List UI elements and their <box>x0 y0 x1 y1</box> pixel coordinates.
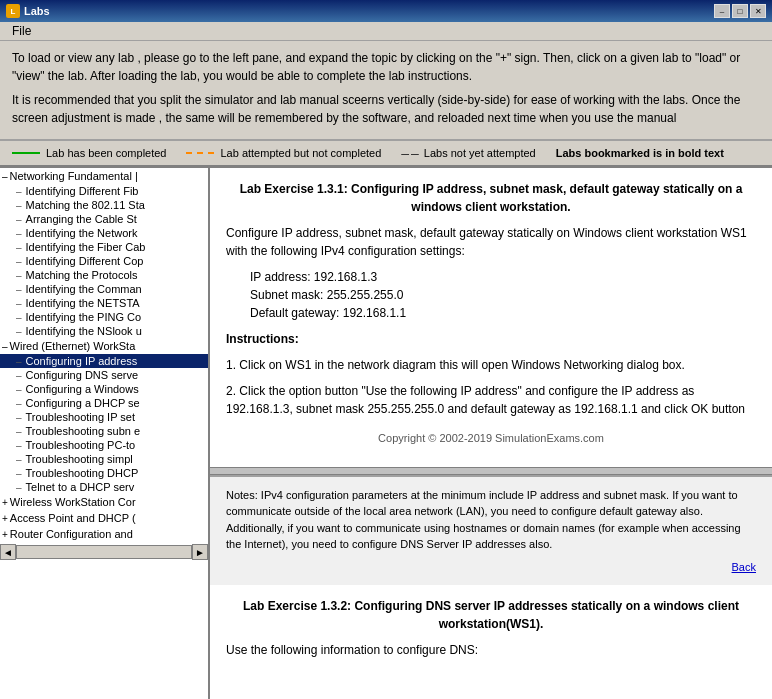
tree-label-router: Router Configuration and <box>10 528 133 540</box>
tree-item-networking-fundamental[interactable]: – Networking Fundamental | <box>0 168 208 184</box>
instruction-line1: To load or view any lab , please go to t… <box>12 49 760 85</box>
tree-label-troubleshooting-pc: Troubleshooting PC-to <box>26 439 136 451</box>
tree-toggle-wireless[interactable]: + <box>2 497 8 508</box>
tree-item-router[interactable]: + Router Configuration and <box>0 526 208 542</box>
lab132-title: Lab Exercise 1.3.2: Configuring DNS serv… <box>226 597 756 633</box>
tree-label-matching-protocols: Matching the Protocols <box>26 269 138 281</box>
tree-item-identifying-fib[interactable]: – Identifying Different Fib <box>0 184 208 198</box>
tree-label-command: Identifying the Comman <box>26 283 142 295</box>
tree-label-cable: Arranging the Cable St <box>26 213 137 225</box>
tree-item-wireless[interactable]: + Wireless WorkStation Cor <box>0 494 208 510</box>
tree-toggle-router[interactable]: + <box>2 529 8 540</box>
lab132-desc: Use the following information to configu… <box>226 641 756 659</box>
lab131-desc: Configure IP address, subnet mask, defau… <box>226 224 756 260</box>
back-link[interactable]: Back <box>226 559 756 576</box>
maximize-button[interactable]: □ <box>732 4 748 18</box>
not-attempted-dash-icon: – – <box>401 145 417 161</box>
tree-item-ping-co[interactable]: – Identifying the PING Co <box>0 310 208 324</box>
legend-bookmarked: Labs bookmarked is in bold text <box>556 147 724 159</box>
tree-item-troubleshooting-pc[interactable]: – Troubleshooting PC-to <box>0 438 208 452</box>
tree-toggle-access-point[interactable]: + <box>2 513 8 524</box>
tree-label-different-cop: Identifying Different Cop <box>26 255 144 267</box>
app-icon: L <box>6 4 20 18</box>
tree-item-matching-protocols[interactable]: – Matching the Protocols <box>0 268 208 282</box>
tree-item-telnet-dhcp[interactable]: – Telnet to a DHCP serv <box>0 480 208 494</box>
lab131-instructions-title: Instructions: <box>226 330 756 348</box>
completed-label: Lab has been completed <box>46 147 166 159</box>
lab131-gateway: Default gateway: 192.168.1.1 <box>250 304 756 322</box>
lab131-step2: 2. Click the option button "Use the foll… <box>226 382 756 418</box>
tree-item-netstat[interactable]: – Identifying the NETSTA <box>0 296 208 310</box>
instruction-line2: It is recommended that you split the sim… <box>12 91 760 127</box>
notes-text: Notes: IPv4 configuration parameters at … <box>226 487 756 553</box>
legend-bar: Lab has been completed Lab attempted but… <box>0 140 772 167</box>
tree-label-configuring-windows: Configuring a Windows <box>26 383 139 395</box>
menu-bar: File <box>0 22 772 41</box>
legend-completed: Lab has been completed <box>12 147 166 159</box>
notes-area: Notes: IPv4 configuration parameters at … <box>210 475 772 586</box>
bookmarked-label: Labs bookmarked is in bold text <box>556 147 724 159</box>
tree-label-wireless: Wireless WorkStation Cor <box>10 496 136 508</box>
scroll-left-button[interactable]: ◄ <box>0 544 16 560</box>
tree-item-fiber-cab[interactable]: – Identifying the Fiber Cab <box>0 240 208 254</box>
tree-label-networking: Networking Fundamental | <box>10 170 138 182</box>
tree-item-different-cop[interactable]: – Identifying Different Cop <box>0 254 208 268</box>
tree-label-fib: Identifying Different Fib <box>26 185 139 197</box>
tree-item-configuring-dns[interactable]: – Configuring DNS serve <box>0 368 208 382</box>
tree-label-fiber-cab: Identifying the Fiber Cab <box>26 241 146 253</box>
window-controls[interactable]: – □ ✕ <box>714 4 766 18</box>
main-area: – Networking Fundamental | – Identifying… <box>0 167 772 699</box>
legend-not-attempted: – – Labs not yet attempted <box>401 145 535 161</box>
tree-item-wired-workstation[interactable]: – Wired (Ethernet) WorkSta <box>0 338 208 354</box>
tree-item-identifying-network[interactable]: – Identifying the Network <box>0 226 208 240</box>
content-divider <box>210 467 772 475</box>
tree-bottom-bar: ◄ ► <box>0 542 208 562</box>
tree-label-troubleshooting-ip: Troubleshooting IP set <box>26 411 135 423</box>
tree-label-nslookup: Identifying the NSlook u <box>26 325 142 337</box>
file-menu[interactable]: File <box>6 22 37 40</box>
tree-item-troubleshooting-ip[interactable]: – Troubleshooting IP set <box>0 410 208 424</box>
tree-label-wired: Wired (Ethernet) WorkSta <box>10 340 136 352</box>
minimize-button[interactable]: – <box>714 4 730 18</box>
content-area: Lab Exercise 1.3.1: Configuring IP addre… <box>210 168 772 467</box>
instructions-panel: To load or view any lab , please go to t… <box>0 41 772 140</box>
tree-toggle-networking[interactable]: – <box>2 171 8 182</box>
tree-item-configuring-windows[interactable]: – Configuring a Windows <box>0 382 208 396</box>
lab131-ip: IP address: 192.168.1.3 <box>250 268 756 286</box>
tree-label-telnet-dhcp: Telnet to a DHCP serv <box>26 481 135 493</box>
right-panel-content[interactable]: Lab Exercise 1.3.1: Configuring IP addre… <box>210 168 772 699</box>
lab131-title: Lab Exercise 1.3.1: Configuring IP addre… <box>226 180 756 216</box>
tree-item-troubleshooting-dhcp[interactable]: – Troubleshooting DHCP <box>0 466 208 480</box>
lab131-subnet: Subnet mask: 255.255.255.0 <box>250 286 756 304</box>
tree-label-configuring-dhcp: Configuring a DHCP se <box>26 397 140 409</box>
tree-label-netstat: Identifying the NETSTA <box>26 297 140 309</box>
tree-label-troubleshooting-simpl: Troubleshooting simpl <box>26 453 133 465</box>
copyright-text: Copyright © 2002-2019 SimulationExams.co… <box>226 430 756 447</box>
tree-label-troubleshooting-subn: Troubleshooting subn e <box>26 425 141 437</box>
lab131-step1: 1. Click on WS1 in the network diagram t… <box>226 356 756 374</box>
tree-item-access-point[interactable]: + Access Point and DHCP ( <box>0 510 208 526</box>
tree-toggle-wired[interactable]: – <box>2 341 8 352</box>
tree-item-configuring-dhcp[interactable]: – Configuring a DHCP se <box>0 396 208 410</box>
tree-label-network: Identifying the Network <box>26 227 138 239</box>
window-title: Labs <box>24 5 50 17</box>
close-button[interactable]: ✕ <box>750 4 766 18</box>
scroll-right-button[interactable]: ► <box>192 544 208 560</box>
horizontal-scrollbar[interactable] <box>16 545 192 559</box>
attempted-label: Lab attempted but not completed <box>220 147 381 159</box>
tree-item-nslookup[interactable]: – Identifying the NSlook u <box>0 324 208 338</box>
tree-item-troubleshooting-subn[interactable]: – Troubleshooting subn e <box>0 424 208 438</box>
tree-item-matching-802[interactable]: – Matching the 802.11 Sta <box>0 198 208 212</box>
tree-item-configuring-ip[interactable]: – Configuring IP address <box>0 354 208 368</box>
completed-line-icon <box>12 152 40 154</box>
tree-item-arranging-cable[interactable]: – Arranging the Cable St <box>0 212 208 226</box>
not-attempted-label: Labs not yet attempted <box>424 147 536 159</box>
tree-label-configuring-ip: Configuring IP address <box>26 355 138 367</box>
tree-item-identifying-command[interactable]: – Identifying the Comman <box>0 282 208 296</box>
attempted-line-icon <box>186 152 214 154</box>
tree-label-802: Matching the 802.11 Sta <box>26 199 145 211</box>
tree-label-configuring-dns: Configuring DNS serve <box>26 369 139 381</box>
tree-item-troubleshooting-simpl[interactable]: – Troubleshooting simpl <box>0 452 208 466</box>
left-panel-tree[interactable]: – Networking Fundamental | – Identifying… <box>0 168 210 699</box>
lab132-area: Lab Exercise 1.3.2: Configuring DNS serv… <box>210 585 772 679</box>
